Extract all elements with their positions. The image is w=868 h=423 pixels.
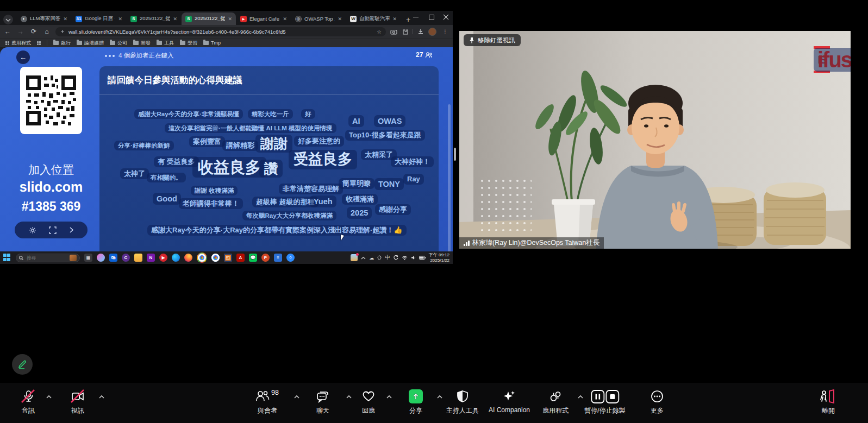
browser-tab[interactable]: W 自動駕駛汽車 - 維基✕ [346, 12, 401, 25]
back-icon[interactable]: ← [3, 28, 12, 35]
ime-indicator[interactable]: 中 [385, 254, 390, 261]
chat-options-chevron[interactable] [346, 395, 352, 399]
bookmark-folder[interactable]: 學習 [180, 40, 197, 47]
browser-tab[interactable]: ▶ Elegant Cafe Music✕ [236, 12, 291, 25]
apps-options-chevron[interactable] [577, 395, 584, 399]
participants-button[interactable]: 98 與會者 [255, 389, 279, 415]
reactions-button[interactable]: 回應 [361, 389, 376, 415]
url-text[interactable]: wall.sli.do/event/hZVKLEeqaV6VkY1cjsrH4s… [68, 29, 373, 35]
close-tab-icon[interactable]: ✕ [338, 16, 342, 22]
bookmark-folder[interactable]: 工具 [157, 40, 174, 47]
capture-app-icon[interactable]: ◱ [224, 254, 232, 262]
window-close-button[interactable] [443, 14, 449, 20]
share-button[interactable]: 分享 [409, 389, 423, 415]
media-player-icon[interactable]: ▶ [159, 254, 167, 262]
settings-gear-icon[interactable] [29, 226, 36, 234]
more-button[interactable]: 更多 [650, 389, 664, 415]
bookmarks-list-icon[interactable] [37, 41, 41, 45]
chat-button[interactable]: 聊天 [316, 389, 330, 415]
bookmark-star-icon[interactable]: ☆ [377, 29, 382, 35]
close-tab-icon[interactable]: ✕ [283, 16, 287, 22]
taskbar-search[interactable] [16, 254, 80, 262]
weather-icon[interactable] [351, 254, 358, 261]
bookmark-folder[interactable]: 論壇媒體 [77, 40, 104, 47]
notepad-icon[interactable]: ≡ [274, 254, 282, 262]
edge-icon[interactable] [172, 254, 180, 262]
annotate-button[interactable] [12, 354, 33, 375]
acrobat-icon[interactable]: A [236, 254, 245, 262]
file-explorer-icon[interactable] [134, 254, 142, 262]
downloads-icon[interactable] [417, 28, 424, 35]
clipchamp-icon[interactable]: C [122, 254, 130, 262]
ai-companion-button[interactable]: AI Companion [489, 389, 530, 414]
apps-button[interactable]: 應用程式 [542, 389, 569, 415]
fullscreen-icon[interactable] [49, 226, 57, 234]
chrome-icon[interactable] [197, 252, 207, 263]
address-bar[interactable]: wall.sli.do/event/hZVKLEeqaV6VkY1cjsrH4s… [55, 27, 386, 36]
bookmark-apps[interactable]: 應用程式 [5, 40, 31, 47]
chrome-icon-2[interactable] [211, 254, 220, 262]
slido-back-button[interactable]: ← [16, 50, 30, 64]
window-maximize-button[interactable] [428, 14, 434, 20]
unpin-video-button[interactable]: 移除釘選視訊 [464, 34, 521, 46]
task-view-icon[interactable]: ▦ [84, 254, 92, 262]
close-tab-icon[interactable]: ✕ [173, 16, 177, 22]
participants-options-chevron[interactable] [294, 395, 300, 399]
close-tab-icon[interactable]: ✕ [118, 16, 122, 22]
audio-button[interactable]: 音訊 [21, 389, 35, 415]
bookmark-folder[interactable]: Tmp [203, 40, 221, 46]
taskbar-clock[interactable]: 下午 09:12 2025/1/22 [429, 252, 449, 263]
close-tab-icon[interactable]: ✕ [228, 16, 232, 22]
question-title: 請回饋今日參與活動的心得與建議 [108, 74, 242, 86]
close-tab-icon[interactable]: ✕ [392, 16, 397, 22]
bookmark-folder[interactable]: 開發 [133, 40, 151, 47]
hidden-icons-chevron[interactable] [361, 256, 366, 260]
browser-tab[interactable]: ◎ OWASP Top 10 for L✕ [291, 12, 346, 25]
screenshot-icon[interactable] [390, 29, 397, 35]
volume-icon[interactable] [411, 255, 416, 260]
browser-tab[interactable]: ◐ LLM專家回答問題✕ [17, 12, 71, 25]
extensions-icon[interactable] [402, 28, 408, 35]
sync-icon[interactable] [394, 255, 398, 260]
scrollbar-thumb[interactable] [448, 104, 451, 251]
copilot-icon[interactable] [97, 254, 105, 262]
host-tools-button[interactable]: 主持人工具 [446, 389, 479, 415]
search-input[interactable] [26, 255, 66, 261]
browser-tab[interactable]: S 20250122_從AI案例✕ [127, 12, 181, 25]
new-tab-button[interactable]: + [403, 14, 414, 25]
share-options-chevron[interactable] [436, 395, 443, 399]
wordcloud-item: Yueh [310, 195, 336, 207]
browser-tab-active[interactable]: S 20250122_從AI案例✕ [182, 12, 236, 25]
audio-options-chevron[interactable] [46, 395, 52, 399]
firefox-icon[interactable] [184, 254, 192, 262]
pane-resize-handle[interactable] [454, 148, 456, 161]
record-controls-button[interactable]: 暫停/停止錄製 [584, 389, 625, 415]
forward-icon[interactable]: → [16, 28, 25, 35]
window-minimize-button[interactable] [413, 14, 419, 20]
microsoft-store-icon[interactable]: 🛍 [109, 254, 117, 262]
tab-search-chevron[interactable] [0, 14, 16, 25]
onedrive-icon[interactable]: ☁ [369, 255, 374, 261]
zoom-app-icon[interactable]: ⚪ [286, 254, 295, 262]
next-arrow-icon[interactable] [69, 226, 74, 233]
bookmark-folder[interactable]: 公司 [110, 40, 127, 47]
battery-icon[interactable] [419, 256, 426, 260]
onenote-icon[interactable]: N [147, 254, 155, 262]
reactions-options-chevron[interactable] [386, 395, 392, 399]
video-options-chevron[interactable] [98, 395, 105, 399]
line-icon[interactable]: 💬 [249, 254, 257, 262]
powerpoint-icon[interactable]: P [261, 254, 270, 262]
home-icon[interactable]: ⌂ [42, 28, 51, 35]
start-button-icon[interactable] [3, 254, 11, 262]
reload-icon[interactable]: ⟳ [29, 28, 38, 35]
profile-avatar[interactable] [428, 28, 436, 36]
wifi-icon[interactable] [402, 256, 408, 260]
browser-menu-icon[interactable]: ⋮ [441, 29, 449, 35]
video-button[interactable]: 視訊 [71, 389, 85, 415]
bookmark-folder[interactable]: 銀行 [53, 40, 71, 47]
leave-button[interactable]: 離開 [820, 389, 837, 415]
browser-tab[interactable]: 31 Google 日曆 - 2025✕ [72, 12, 126, 25]
globe-icon: ◐ [21, 16, 27, 22]
close-tab-icon[interactable]: ✕ [63, 16, 67, 22]
site-info-icon[interactable] [60, 29, 65, 34]
